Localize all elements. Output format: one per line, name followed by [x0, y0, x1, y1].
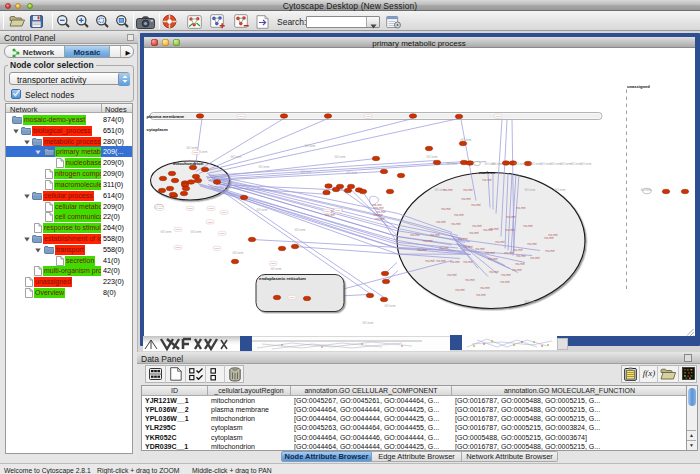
- svg-text:rna-met: rna-met: [372, 202, 382, 206]
- svg-text:rna-met: rna-met: [451, 221, 461, 225]
- svg-text:unkn: unkn: [193, 151, 199, 154]
- svg-text:rna-met: rna-met: [472, 223, 482, 227]
- svg-text:rna-met: rna-met: [436, 219, 446, 223]
- svg-text:rna-met: rna-met: [530, 255, 540, 259]
- svg-text:nucleus: nucleus: [479, 170, 496, 175]
- svg-text:unkn: unkn: [238, 115, 244, 118]
- svg-text:unkn: unkn: [365, 115, 371, 118]
- svg-text:GO-term: GO-term: [427, 154, 439, 158]
- svg-text:rna-met: rna-met: [544, 235, 554, 239]
- svg-text:GO-term: GO-term: [295, 227, 307, 231]
- svg-text:GO-term: GO-term: [363, 320, 375, 324]
- svg-text:mitochondrion: mitochondrion: [173, 161, 204, 166]
- svg-text:GO-term: GO-term: [347, 170, 359, 174]
- svg-text:rna-met: rna-met: [469, 230, 479, 234]
- svg-text:rna-met: rna-met: [454, 212, 464, 216]
- svg-text:rna-met: rna-met: [374, 206, 384, 210]
- svg-text:GO-term: GO-term: [555, 187, 567, 191]
- svg-text:rna-met: rna-met: [463, 244, 473, 248]
- svg-text:rna-met: rna-met: [505, 227, 515, 231]
- svg-text:GO-term: GO-term: [335, 154, 347, 158]
- svg-text:GO-term: GO-term: [525, 187, 537, 191]
- svg-text:rna-met: rna-met: [489, 226, 499, 230]
- svg-text:GO-term: GO-term: [525, 299, 537, 303]
- svg-text:rna-met: rna-met: [476, 292, 486, 296]
- svg-text:rna-met: rna-met: [482, 177, 492, 181]
- svg-text:unkn: unkn: [175, 246, 181, 249]
- svg-text:rna-met: rna-met: [376, 209, 386, 213]
- svg-text:rna-met: rna-met: [488, 256, 498, 260]
- svg-text:rna-met: rna-met: [480, 285, 490, 289]
- svg-text:rna-met: rna-met: [489, 269, 499, 273]
- svg-text:rna-met: rna-met: [373, 213, 383, 217]
- svg-text:GO-term: GO-term: [301, 169, 313, 173]
- svg-text:rna-met: rna-met: [527, 241, 537, 245]
- svg-text:rna-met: rna-met: [458, 236, 468, 240]
- svg-text:rna-met: rna-met: [500, 279, 510, 283]
- svg-text:unassigned: unassigned: [627, 83, 650, 88]
- svg-text:unkn: unkn: [219, 232, 225, 235]
- svg-text:unkn: unkn: [187, 207, 193, 210]
- svg-text:unkn: unkn: [335, 209, 341, 212]
- svg-text:rna-met: rna-met: [447, 272, 457, 276]
- svg-text:rna-met: rna-met: [375, 216, 385, 220]
- svg-text:rna-met: rna-met: [441, 206, 451, 210]
- svg-text:rna-met: rna-met: [463, 187, 473, 191]
- svg-text:GO-term: GO-term: [271, 266, 283, 270]
- svg-text:rna-met: rna-met: [523, 223, 533, 227]
- svg-text:rna-met: rna-met: [450, 259, 460, 263]
- svg-text:GO-term: GO-term: [305, 143, 317, 147]
- svg-text:unkn: unkn: [495, 115, 501, 118]
- svg-text:GO-term: GO-term: [447, 161, 459, 165]
- svg-text:rna-met: rna-met: [516, 253, 526, 257]
- svg-text:rna-met: rna-met: [506, 214, 516, 218]
- svg-text:rna-met: rna-met: [410, 232, 420, 236]
- svg-text:unkn: unkn: [324, 210, 330, 213]
- svg-text:unkn: unkn: [157, 207, 163, 210]
- svg-text:rna-met: rna-met: [475, 246, 485, 250]
- svg-text:rna-met: rna-met: [513, 247, 523, 251]
- svg-text:GO-term: GO-term: [233, 250, 245, 254]
- svg-text:unkn: unkn: [214, 247, 220, 250]
- svg-text:unkn: unkn: [207, 220, 213, 223]
- svg-text:GO-term: GO-term: [191, 229, 203, 233]
- svg-text:rna-met: rna-met: [485, 250, 495, 254]
- svg-text:endoplasmic reticulum: endoplasmic reticulum: [259, 276, 306, 281]
- svg-text:rna-met: rna-met: [463, 259, 473, 263]
- svg-text:GO-term: GO-term: [581, 161, 593, 165]
- svg-text:cytoplasm: cytoplasm: [147, 127, 168, 132]
- svg-text:rna-met: rna-met: [443, 187, 453, 191]
- svg-text:GO-term: GO-term: [231, 154, 243, 158]
- svg-text:rna-met: rna-met: [439, 245, 449, 249]
- svg-text:rna-met: rna-met: [430, 232, 440, 236]
- svg-text:GO-term: GO-term: [257, 207, 269, 211]
- svg-text:GO-term: GO-term: [641, 187, 653, 191]
- svg-text:GO-term: GO-term: [515, 161, 527, 165]
- svg-text:rna-met: rna-met: [495, 239, 505, 243]
- svg-text:unkn: unkn: [208, 207, 214, 210]
- svg-text:unkn: unkn: [289, 296, 295, 299]
- svg-text:rna-met: rna-met: [501, 272, 511, 276]
- svg-text:GO-term: GO-term: [259, 164, 271, 168]
- svg-text:rna-met: rna-met: [515, 261, 525, 265]
- svg-text:rna-met: rna-met: [455, 287, 465, 291]
- svg-text:unkn: unkn: [175, 228, 181, 231]
- svg-text:unkn: unkn: [270, 262, 276, 265]
- svg-text:plasma membrane: plasma membrane: [147, 113, 185, 118]
- svg-text:rna-met: rna-met: [425, 258, 435, 262]
- svg-text:rna-met: rna-met: [436, 258, 446, 262]
- svg-text:rna-met: rna-met: [423, 238, 433, 242]
- svg-text:rna-met: rna-met: [417, 247, 427, 251]
- svg-text:rna-met: rna-met: [545, 248, 555, 252]
- svg-text:GO-term: GO-term: [385, 303, 397, 307]
- svg-text:rna-met: rna-met: [471, 202, 481, 206]
- svg-text:GO-term: GO-term: [461, 137, 473, 141]
- svg-text:rna-met: rna-met: [516, 205, 526, 209]
- svg-text:GO-term: GO-term: [161, 229, 173, 233]
- svg-text:rna-met: rna-met: [465, 277, 475, 281]
- svg-text:rna-met: rna-met: [461, 196, 471, 200]
- svg-text:rna-met: rna-met: [512, 267, 522, 271]
- svg-text:unkn: unkn: [221, 211, 227, 214]
- svg-text:GO-term: GO-term: [492, 161, 504, 165]
